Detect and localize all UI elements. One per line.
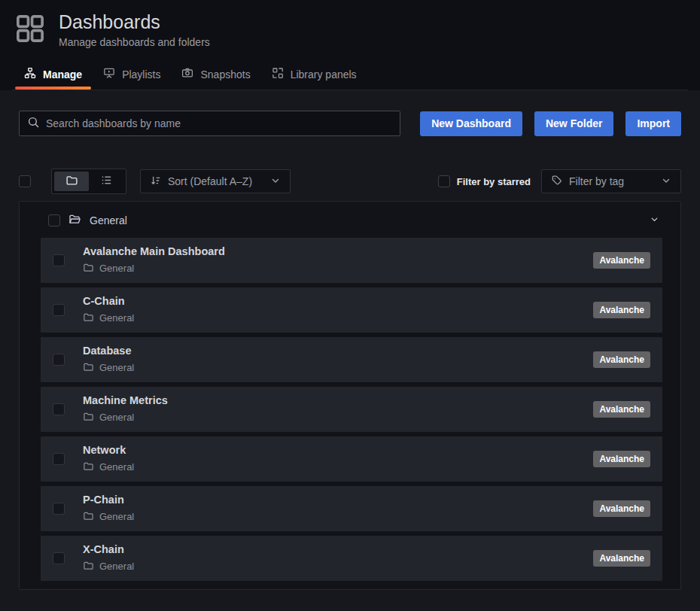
- tab-label: Snapshots: [200, 68, 250, 81]
- tab-bar: Manage Playlists Snapshots: [12, 60, 688, 90]
- tag-dropdown-value: Filter by tag: [569, 175, 624, 187]
- dashboard-row[interactable]: Network General Avalanche: [41, 436, 662, 482]
- tab-snapshots[interactable]: Snapshots: [171, 60, 260, 90]
- new-dashboard-button[interactable]: New Dashboard: [420, 111, 522, 136]
- row-main: P-Chain General: [83, 494, 134, 523]
- tab-manage[interactable]: Manage: [14, 60, 93, 90]
- starred-checkbox[interactable]: [438, 175, 450, 187]
- row-checkbox[interactable]: [53, 552, 65, 564]
- dashboard-location: General: [83, 461, 134, 474]
- dashboard-title[interactable]: C-Chain: [83, 295, 134, 308]
- row-main: Database General: [83, 345, 134, 374]
- tag-badge[interactable]: Avalanche: [593, 252, 650, 269]
- row-checkbox[interactable]: [53, 453, 65, 465]
- dashboard-location: General: [83, 560, 134, 573]
- tab-playlists[interactable]: Playlists: [93, 60, 171, 90]
- tag-badge[interactable]: Avalanche: [593, 451, 650, 467]
- dashboard-row[interactable]: X-Chain General Avalanche: [41, 536, 662, 581]
- page-title: Dashboards: [59, 11, 210, 33]
- button-group: New Dashboard New Folder Import: [420, 111, 681, 136]
- page-header: Dashboards Manage dashboards and folders: [12, 11, 688, 48]
- chevron-down-icon[interactable]: [650, 214, 659, 227]
- tab-label: Playlists: [122, 68, 160, 81]
- dashboard-row[interactable]: C-Chain General Avalanche: [41, 287, 662, 333]
- tag-badge[interactable]: Avalanche: [593, 401, 650, 418]
- starred-label: Filter by starred: [457, 176, 531, 187]
- tag-badge[interactable]: Avalanche: [593, 351, 650, 368]
- tag-badge[interactable]: Avalanche: [593, 500, 650, 517]
- library-panels-icon: [272, 67, 284, 81]
- import-button[interactable]: Import: [625, 111, 681, 136]
- tag-badge[interactable]: Avalanche: [593, 302, 650, 318]
- location-label: General: [99, 412, 134, 423]
- dashboard-location: General: [83, 262, 225, 275]
- location-label: General: [99, 461, 134, 473]
- row-main: X-Chain General: [83, 543, 134, 573]
- tab-library-panels[interactable]: Library panels: [261, 60, 367, 90]
- dashboard-location: General: [83, 411, 168, 424]
- location-label: General: [99, 362, 134, 373]
- apps-grid-icon: [14, 12, 47, 48]
- chevron-down-icon: [661, 175, 671, 188]
- location-label: General: [99, 561, 134, 572]
- sitemap-icon: [24, 67, 36, 81]
- folder-icon: [83, 461, 94, 474]
- actions-row: New Dashboard New Folder Import: [19, 111, 681, 136]
- dashboard-list-panel: General Avalanche Main Dashboard General…: [19, 201, 681, 590]
- dashboard-row[interactable]: Database General Avalanche: [41, 337, 662, 382]
- row-checkbox[interactable]: [53, 304, 65, 316]
- sort-amount-icon: [150, 175, 162, 189]
- tab-label: Library panels: [291, 68, 357, 81]
- folder-icon: [83, 312, 94, 325]
- folder-checkbox[interactable]: [48, 214, 60, 226]
- page-subtitle: Manage dashboards and folders: [59, 36, 210, 48]
- select-all-checkbox[interactable]: [19, 175, 31, 187]
- row-checkbox[interactable]: [53, 254, 65, 266]
- dashboard-title[interactable]: Machine Metrics: [83, 394, 168, 407]
- folder-view-button[interactable]: [54, 172, 89, 191]
- dashboard-title[interactable]: P-Chain: [83, 494, 134, 506]
- location-label: General: [99, 511, 134, 522]
- presentation-play-icon: [103, 67, 115, 81]
- dashboard-title[interactable]: X-Chain: [83, 543, 134, 556]
- tag-badge[interactable]: Avalanche: [593, 550, 650, 567]
- dashboard-title[interactable]: Network: [83, 444, 134, 457]
- row-checkbox[interactable]: [53, 354, 65, 366]
- row-main: Avalanche Main Dashboard General: [83, 245, 225, 275]
- filter-by-tag-dropdown[interactable]: Filter by tag: [541, 169, 681, 193]
- dashboard-row[interactable]: P-Chain General Avalanche: [41, 486, 662, 531]
- dashboard-location: General: [83, 361, 134, 375]
- dashboard-location: General: [83, 510, 134, 524]
- folder-icon: [83, 411, 94, 424]
- new-folder-button[interactable]: New Folder: [534, 111, 613, 136]
- chevron-down-icon: [270, 175, 281, 188]
- list-view-button[interactable]: [89, 172, 123, 191]
- dashboard-rows: Avalanche Main Dashboard General Avalanc…: [41, 238, 662, 581]
- dashboard-location: General: [83, 312, 134, 325]
- row-main: Machine Metrics General: [83, 394, 168, 424]
- top-header-section: Dashboards Manage dashboards and folders…: [0, 0, 700, 90]
- filter-row: Sort (Default A–Z) Filter by starred Fil…: [19, 169, 681, 194]
- folder-icon: [83, 361, 94, 375]
- dashboard-row[interactable]: Avalanche Main Dashboard General Avalanc…: [41, 238, 662, 283]
- location-label: General: [99, 312, 134, 324]
- tab-label: Manage: [43, 68, 82, 81]
- folder-section-general[interactable]: General: [41, 209, 662, 232]
- dashboard-title[interactable]: Database: [83, 345, 134, 357]
- view-mode-toggle: [51, 169, 126, 194]
- dashboard-title[interactable]: Avalanche Main Dashboard: [83, 245, 225, 258]
- camera-icon: [181, 67, 193, 81]
- search-input[interactable]: [46, 117, 392, 129]
- row-main: Network General: [83, 444, 134, 473]
- row-checkbox[interactable]: [53, 403, 65, 415]
- folder-icon: [83, 262, 94, 275]
- content-area: New Dashboard New Folder Import: [0, 111, 700, 590]
- dashboard-row[interactable]: Machine Metrics General Avalanche: [41, 387, 662, 432]
- folder-name: General: [90, 214, 127, 226]
- tag-icon: [551, 175, 563, 189]
- sort-dropdown[interactable]: Sort (Default A–Z): [140, 169, 291, 193]
- search-box: [19, 111, 400, 136]
- search-icon: [27, 116, 40, 132]
- folder-open-icon: [68, 213, 81, 229]
- row-checkbox[interactable]: [53, 503, 65, 515]
